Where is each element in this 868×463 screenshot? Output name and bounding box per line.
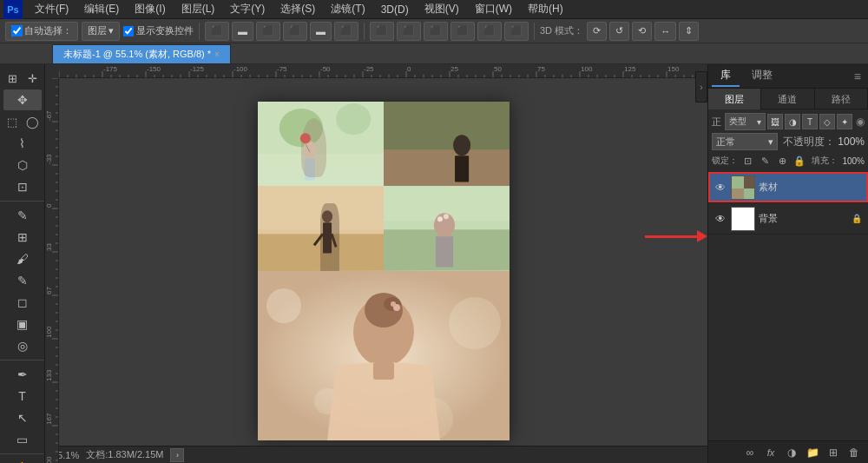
- distribute-4[interactable]: ⬛: [450, 22, 475, 41]
- tab-channels[interactable]: 通道: [761, 89, 814, 109]
- photo-grid-top: [258, 102, 510, 271]
- eyedropper-tool[interactable]: ✎: [3, 205, 42, 226]
- path-select-tool[interactable]: ↖: [3, 407, 42, 428]
- svg-rect-12: [455, 155, 469, 182]
- layer-eye-sucai[interactable]: 👁: [713, 181, 727, 195]
- tool-group-navigation: ✋ 🔍: [0, 458, 44, 463]
- layer-name-sucai: 素材: [759, 181, 863, 194]
- align-right[interactable]: ⬛: [256, 22, 280, 41]
- dodge-tool[interactable]: ◎: [3, 335, 42, 356]
- layer-eye-background[interactable]: 👁: [713, 212, 727, 226]
- eraser-tool[interactable]: ◻: [3, 292, 42, 313]
- layer-item-background[interactable]: 👁 背景 🔒: [708, 203, 868, 235]
- move-tool[interactable]: ✥: [3, 89, 42, 110]
- auto-select-toggle[interactable]: 自动选择：: [5, 22, 78, 41]
- collapse-panel-btn[interactable]: ›: [695, 71, 707, 103]
- panel-menu-icon[interactable]: ≡: [851, 69, 865, 83]
- lock-all-icon[interactable]: 🔒: [792, 153, 807, 169]
- filter-adjust-icon[interactable]: ◑: [785, 114, 800, 129]
- tab-close-btn[interactable]: ×: [214, 50, 220, 59]
- menu-bar: Ps 文件(F) 编辑(E) 图像(I) 图层(L) 文字(Y) 选择(S) 滤…: [0, 0, 868, 19]
- align-center-h[interactable]: ▬: [232, 22, 253, 41]
- expand-tool-btn[interactable]: ⊞: [3, 68, 22, 89]
- menu-view[interactable]: 视图(V): [418, 0, 466, 18]
- canvas-viewport[interactable]: [45, 78, 707, 463]
- distribute-6[interactable]: ⬛: [504, 22, 529, 41]
- svg-point-26: [443, 214, 448, 219]
- align-bottom[interactable]: ⬛: [334, 22, 358, 41]
- crop-tool[interactable]: ⊡: [3, 176, 42, 197]
- menu-type[interactable]: 文字(Y): [223, 0, 272, 18]
- menu-edit[interactable]: 编辑(E): [77, 0, 126, 18]
- layer-select[interactable]: 图层 ▾: [82, 22, 120, 41]
- filter-toggle[interactable]: ◉: [856, 116, 865, 128]
- hand-tool[interactable]: ✋: [3, 458, 42, 463]
- layer-item-sucai[interactable]: 👁 素材: [708, 172, 868, 203]
- new-layer-btn[interactable]: ⊞: [825, 444, 842, 461]
- show-transform-checkbox[interactable]: [123, 26, 134, 36]
- 3d-btn-5[interactable]: ⇕: [679, 22, 699, 41]
- distribute-3[interactable]: ⬛: [424, 22, 448, 41]
- gradient-tool[interactable]: ▣: [3, 314, 42, 334]
- delete-layer-btn[interactable]: 🗑: [845, 444, 863, 461]
- menu-image[interactable]: 图像(I): [128, 0, 172, 18]
- 3d-btn-3[interactable]: ⟲: [632, 22, 652, 41]
- auto-select-checkbox[interactable]: [11, 25, 23, 36]
- link-layers-btn[interactable]: ∞: [741, 444, 759, 461]
- filter-shape-icon[interactable]: ◇: [819, 114, 835, 129]
- filter-type-select[interactable]: 类型 ▾: [725, 113, 766, 130]
- new-group-btn[interactable]: 📁: [804, 444, 821, 461]
- patch-tool[interactable]: ⊞: [3, 227, 42, 248]
- lock-position-icon[interactable]: ✎: [757, 153, 773, 169]
- filter-type-icon[interactable]: T: [802, 114, 818, 129]
- distribute-1[interactable]: ⬛: [370, 22, 394, 41]
- align-center-v[interactable]: ▬: [310, 22, 332, 41]
- filter-smart-icon[interactable]: ✦: [837, 114, 852, 129]
- options-bar: 自动选择： 图层 ▾ 显示变换控件 ⬛ ▬ ⬛ ⬛ ▬ ⬛ ⬛ ⬛ ⬛ ⬛ ⬛ …: [0, 19, 868, 43]
- lock-pixels-icon[interactable]: ⊡: [740, 153, 755, 169]
- document-tab[interactable]: 未标题-1 @ 55.1% (素材, RGB/8) * ×: [52, 44, 231, 63]
- thumb-cell-4: [744, 189, 755, 200]
- align-top[interactable]: ⬛: [283, 22, 307, 41]
- crosshair-btn[interactable]: ✛: [23, 68, 42, 89]
- align-left[interactable]: ⬛: [205, 22, 229, 41]
- menu-filter[interactable]: 滤镜(T): [324, 0, 372, 18]
- tab-adjustments[interactable]: 调整: [743, 66, 781, 87]
- tab-library[interactable]: 库: [712, 66, 740, 87]
- forward-btn[interactable]: ›: [170, 448, 184, 462]
- lasso-tool[interactable]: ⌇: [3, 133, 42, 154]
- menu-select[interactable]: 选择(S): [273, 0, 322, 18]
- 3d-btn-1[interactable]: ⟳: [587, 22, 607, 41]
- type-tool[interactable]: T: [3, 386, 42, 407]
- marquee-rect-tool[interactable]: ⬚: [3, 111, 22, 132]
- menu-layer[interactable]: 图层(L): [174, 0, 222, 18]
- distribute-5[interactable]: ⬛: [477, 22, 502, 41]
- brush-tool[interactable]: 🖌: [3, 248, 42, 269]
- quick-select-tool[interactable]: ⬡: [3, 155, 42, 175]
- filter-icons: 🖼 ◑ T ◇ ✦: [767, 114, 852, 129]
- shape-tool[interactable]: ▭: [3, 429, 42, 450]
- distribute-2[interactable]: ⬛: [397, 22, 421, 41]
- fill-value[interactable]: 100%: [842, 156, 865, 166]
- menu-file[interactable]: 文件(F): [28, 0, 76, 18]
- auto-select-label: 自动选择：: [24, 24, 72, 37]
- lock-artboard-icon[interactable]: ⊕: [774, 153, 790, 169]
- 3d-btn-4[interactable]: ↔: [654, 22, 676, 41]
- show-transform-option[interactable]: 显示变换控件: [123, 24, 194, 37]
- tab-paths[interactable]: 路径: [815, 89, 868, 109]
- clone-stamp-tool[interactable]: ✎: [3, 270, 42, 291]
- fx-btn[interactable]: fx: [762, 444, 779, 461]
- adjustment-mask-btn[interactable]: ◑: [783, 444, 800, 461]
- menu-help[interactable]: 帮助(H): [521, 0, 570, 18]
- menu-3d[interactable]: 3D(D): [374, 2, 416, 17]
- 3d-btn-2[interactable]: ↺: [609, 22, 629, 41]
- marquee-ellipse-tool[interactable]: ◯: [23, 111, 42, 132]
- blend-mode-select[interactable]: 正常 ▾: [712, 133, 778, 150]
- filter-pixel-icon[interactable]: 🖼: [767, 114, 783, 129]
- photo-bottom: [258, 271, 510, 440]
- pen-tool[interactable]: ✒: [3, 364, 42, 385]
- blend-mode-value: 正常: [716, 136, 735, 149]
- opacity-value[interactable]: 100%: [838, 136, 865, 148]
- tab-layers[interactable]: 图层: [708, 89, 761, 109]
- menu-window[interactable]: 窗口(W): [468, 0, 519, 18]
